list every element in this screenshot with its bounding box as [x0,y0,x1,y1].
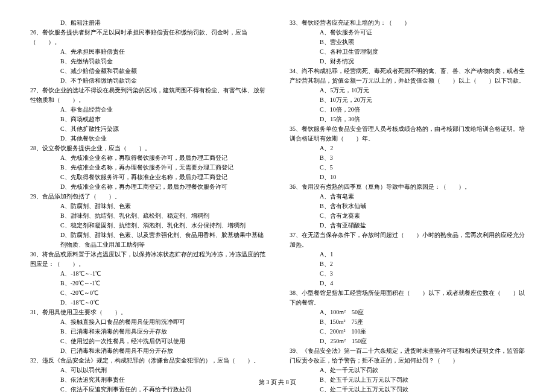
q30: 30、将食品或原料置于冰点温度以下，以保持冰冻状态贮存的过程为冷冻，冷冻温度的范… [30,250,265,269]
q35-option-a: A、2 [290,144,525,153]
q34-option-b: B、10万元，20万元 [290,95,525,105]
q27-option-c: C、其他扩散性污染源 [30,124,265,134]
q37-option-c: C、3 [290,269,525,279]
q28-option-b: B、先核准企业名称，再办理餐饮服务许可，无需要办理工商登记 [30,163,265,172]
q30-option-d: D、-18℃～0℃ [30,298,265,308]
page-footer: 第 3 页 共 8 页 [0,378,555,387]
q33-option-d: D、财务情况 [290,57,525,66]
q31-option-c: C、使用过的一次性餐具，经冲洗后仍可以使用 [30,337,265,346]
q29-option-d: D、防腐剂、甜味剂、色素、以及营养强化剂、食品用香料、胶基糖果中基础剂物质、食品… [30,230,265,250]
q36: 36、食用没有煮熟的四季豆（豆角）导致中毒的原因是：（ ）。 [290,182,525,192]
q35-option-b: B、3 [290,153,525,163]
q38-option-c: C、200m² 100座 [290,327,525,337]
q28-option-a: A、先核准企业名称，再取得餐饮服务许可，最后办理工商登记 [30,153,265,163]
q38-option-a: A、100m² 50座 [290,308,525,317]
q33-option-b: B、营业执照 [290,37,525,47]
q34-option-a: A、5万元，10万元 [290,86,525,95]
q36-option-a: A、含有皂素 [290,192,525,201]
q31: 31、餐用具使用卫生要求（ ）。 [30,308,265,317]
left-column: D、船籍注册港 26、餐饮服务提供者财产不足以同时承担民事赔偿责任和缴纳罚款、罚… [30,18,265,392]
q36-option-c: C、含有龙葵素 [290,211,525,221]
q27: 27、餐饮企业的选址不得设在易受到污染的区域，建筑周围不得有粉尘、有害气体、放射… [30,86,265,105]
q39: 39、《食品安全法》第一百二十六条规定，进货时未查验许可证和相关证明文件，监管部… [290,346,525,365]
q25-option-d: D、船籍注册港 [30,18,265,28]
q34-option-c: C、10倍，20倍 [290,105,525,115]
q27-option-b: B、商场或超市 [30,115,265,124]
q36-option-d: D、含有亚硝酸盐 [290,221,525,230]
q26: 26、餐饮服务提供者财产不足以同时承担民事赔偿责任和缴纳罚款、罚金时，应当（ ）… [30,28,265,47]
q37-option-d: D、4 [290,279,525,288]
q31-option-a: A、接触直接入口食品的餐用具使用前洗净即可 [30,317,265,327]
q37-option-b: B、2 [290,259,525,269]
q33: 33、餐饮经营者应亮证和上墙的为：（ ） [290,18,525,28]
q27-option-a: A、非食品经营企业 [30,105,265,115]
q31-option-d: D、已消毒和未消毒的餐用具不用分开存放 [30,346,265,356]
q36-option-b: B、含有秋水仙碱 [290,201,525,211]
q38-option-d: D、250m² 150座 [290,337,525,346]
q32: 32、违反《食品安全法》规定，构成犯罪的（涉嫌食品安全犯罪的），应当（ ）。 [30,356,265,365]
q30-option-b: B、-20℃～-1℃ [30,279,265,288]
q28: 28、设立餐饮服务提供企业，应当（ ）。 [30,144,265,153]
q31-option-b: B、已消毒和未消毒的餐用具应分开存放 [30,327,265,337]
right-column: 33、餐饮经营者应亮证和上墙的为：（ ） A、餐饮服务许可证 B、营业执照 C、… [290,18,525,392]
q35-option-d: D、10 [290,172,525,182]
q33-option-c: C、各种卫生管理制度 [290,47,525,57]
q35: 35、餐饮服务单位食品安全管理人员考核成绩合格的，由考核部门发给培训合格证明。培… [290,124,525,144]
q26-option-d: D、不予赔偿和缴纳罚款罚金 [30,76,265,86]
q27-option-d: D、其他餐饮企业 [30,134,265,144]
q34-option-d: D、15倍，30倍 [290,115,525,124]
q33-option-a: A、餐饮服务许可证 [290,28,525,37]
q26-option-c: C、减少赔偿金额和罚款金额 [30,66,265,76]
q26-option-a: A、先承担民事赔偿责任 [30,47,265,57]
q28-option-d: D、先核准企业名称，再办理工商登记，最后办理餐饮服务许可 [30,182,265,192]
q29: 29、食品添加剂包括了（ ）。 [30,192,265,201]
q37: 37、在无适当保存条件下，存放时间超过（ ）小时的熟食品，需再次利用的应经充分加… [290,230,525,250]
q29-option-c: C、稳定剂和凝固剂、抗结剂、消泡剂、乳化剂、水分保持剂、增稠剂 [30,221,265,230]
q29-option-a: A、防腐剂、甜味剂、色素 [30,201,265,211]
q29-option-b: B、甜味剂、抗结剂、乳化剂、疏松剂、稳定剂、增稠剂 [30,211,265,221]
q38: 38、小型餐馆是指加工经营场所使用面积在（ ）以下，或者就餐座位数在（ ）以下的… [290,288,525,308]
q39-option-a: A、处一千元以下罚款 [290,365,525,375]
q28-option-c: C、先取得餐饮服务许可，再核准企业名称，最后办理工商登记 [30,172,265,182]
q30-option-a: A、-18℃～-1℃ [30,269,265,279]
q30-option-c: C、-20℃～0℃ [30,288,265,298]
q34: 34、尚不构成犯罪，经营病死、毒死或者死因不明的禽、畜、兽、水产动物肉类，或者生… [290,66,525,86]
q26-option-b: B、先缴纳罚款罚金 [30,57,265,66]
q38-option-b: B、150m² 75座 [290,317,525,327]
page-columns: D、船籍注册港 26、餐饮服务提供者财产不足以同时承担民事赔偿责任和缴纳罚款、罚… [30,18,525,392]
q35-option-c: C、5 [290,163,525,172]
q37-option-a: A、1 [290,250,525,259]
q32-option-a: A、可以以罚代刑 [30,365,265,375]
